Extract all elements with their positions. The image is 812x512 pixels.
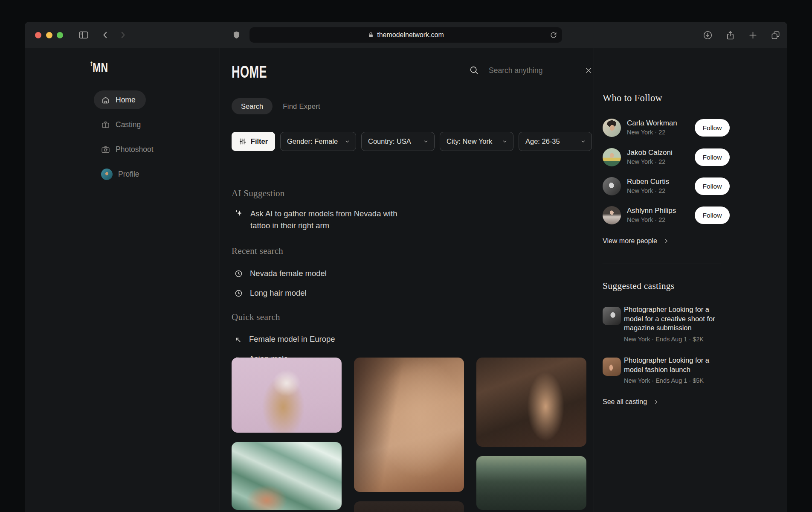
traffic-light-zoom[interactable]	[57, 32, 63, 38]
search-input[interactable]	[489, 66, 585, 75]
person-row: Carla Workman New York · 22 Follow	[603, 119, 730, 137]
photo-tile-model-pink-backdrop[interactable]	[232, 358, 342, 433]
app-logo[interactable]: tMN	[90, 59, 114, 76]
see-all-casting-label: See all casting	[603, 398, 647, 406]
new-tab-icon[interactable]	[748, 30, 758, 40]
quick-search-label: Female model in Europe	[249, 335, 335, 344]
page-title: HOME	[232, 62, 267, 81]
person-row: Jakob Calzoni New York · 22 Follow	[603, 148, 730, 166]
address-bar[interactable]: themodelnetwork.com	[249, 27, 562, 43]
logo-text: MN	[93, 60, 108, 76]
share-icon[interactable]	[725, 30, 735, 40]
person-name: Ruben Curtis	[627, 177, 669, 186]
follow-button[interactable]: Follow	[695, 177, 730, 195]
avatar	[603, 119, 621, 137]
photo-tile-model-splashing-water[interactable]	[232, 442, 342, 510]
see-all-casting-link[interactable]: See all casting	[603, 398, 659, 406]
camera-icon	[101, 145, 110, 154]
briefcase-icon	[101, 120, 110, 129]
sidebar-item-photoshoot[interactable]: Photoshoot	[94, 140, 164, 159]
filter-dropdown-city[interactable]: City: New York	[440, 132, 513, 151]
browser-window: themodelnetwork.com tMN	[25, 22, 787, 512]
sidebar-item-profile[interactable]: Profile	[94, 165, 150, 183]
traffic-light-close[interactable]	[35, 32, 41, 38]
filter-dropdown-gender[interactable]: Gender: Female	[280, 132, 356, 151]
photo-tile-model-forest-green[interactable]	[476, 456, 586, 510]
search-icon	[469, 65, 479, 76]
sidebar-item-home[interactable]: Home	[94, 90, 146, 109]
sidebar-toggle-icon[interactable]	[78, 30, 89, 40]
follow-button[interactable]: Follow	[695, 148, 730, 166]
casting-thumbnail	[603, 307, 621, 325]
recent-search-item[interactable]: Nevada female model	[234, 268, 327, 278]
person-name: Ashlynn Philips	[627, 207, 676, 215]
person-meta: New York · 22	[627, 129, 665, 136]
tab-search[interactable]: Search	[232, 98, 273, 114]
arrow-up-left-icon	[234, 336, 242, 344]
avatar	[603, 177, 621, 195]
chevron-down-icon	[580, 139, 586, 144]
sparkles-icon	[234, 209, 244, 231]
casting-meta: New York · Ends Aug 1 · $2K	[624, 336, 731, 343]
view-more-people-label: View more people	[603, 237, 657, 245]
filter-dropdown-country[interactable]: Country: USA	[361, 132, 435, 151]
ai-suggestion-item[interactable]: Ask AI to gather models from Nevada with…	[234, 208, 397, 231]
chevron-down-icon	[502, 139, 508, 144]
filter-button-label: Filter	[251, 137, 268, 145]
view-more-people-link[interactable]: View more people	[603, 237, 669, 245]
chevron-down-icon	[345, 139, 350, 144]
forward-icon[interactable]	[118, 30, 128, 40]
lock-icon	[368, 32, 374, 38]
casting-meta: New York · Ends Aug 1 · $5K	[624, 377, 731, 384]
suggested-castings-heading: Suggested castings	[603, 281, 674, 291]
filter-button[interactable]: Filter	[232, 132, 275, 151]
sidebar-item-label: Casting	[116, 120, 141, 129]
app-sidebar: tMN Home Casting	[25, 48, 220, 512]
sidebar-item-casting[interactable]: Casting	[94, 115, 151, 134]
person-name: Carla Workman	[627, 119, 677, 128]
chevron-right-icon	[653, 399, 659, 405]
chevron-down-icon	[423, 139, 429, 144]
search-bar	[469, 64, 581, 76]
person-row: Ruben Curtis New York · 22 Follow	[603, 177, 730, 195]
ai-suggestion-text: Ask AI to gather models from Nevada with…	[250, 208, 397, 231]
person-meta: New York · 22	[627, 187, 665, 194]
window-controls	[35, 32, 63, 38]
casting-thumbnail	[603, 358, 621, 376]
reload-icon[interactable]	[549, 31, 557, 39]
browser-toolbar: themodelnetwork.com	[25, 22, 787, 48]
sidebar-item-label: Home	[116, 96, 136, 105]
casting-item[interactable]: Photographer Looking for a model for a c…	[603, 305, 731, 343]
filter-dropdown-label: Age: 26-35	[525, 137, 560, 145]
sidebar-item-label: Photoshoot	[116, 145, 154, 154]
follow-button[interactable]: Follow	[695, 207, 730, 224]
quick-search-heading: Quick search	[232, 312, 280, 323]
casting-item[interactable]: Photographer Looking for a model fashion…	[603, 356, 731, 384]
photo-tile-model-gray-bikini-rocks[interactable]	[476, 358, 586, 447]
section-divider	[603, 264, 721, 264]
profile-avatar	[101, 169, 113, 180]
quick-search-item[interactable]: Female model in Europe	[234, 335, 335, 344]
avatar	[603, 206, 621, 224]
casting-title: Photographer Looking for a model fashion…	[624, 356, 726, 374]
download-icon[interactable]	[703, 30, 713, 40]
follow-button[interactable]: Follow	[695, 119, 730, 137]
recent-search-item[interactable]: Long hair model	[234, 288, 307, 298]
sliders-icon	[239, 137, 247, 145]
tab-find-expert[interactable]: Find Expert	[283, 102, 320, 111]
photo-tile-model-dark-hair-partial[interactable]	[354, 501, 464, 512]
url-text: themodelnetwork.com	[377, 31, 444, 39]
recent-search-label: Long hair model	[250, 288, 307, 298]
chevron-right-icon	[663, 238, 669, 244]
tabs-overview-icon[interactable]	[771, 30, 780, 40]
close-icon[interactable]	[585, 67, 592, 74]
person-meta: New York · 22	[627, 158, 665, 165]
right-sidebar: Who to Follow Carla Workman New York · 2…	[594, 48, 787, 512]
filter-dropdown-age[interactable]: Age: 26-35	[519, 132, 592, 151]
traffic-light-minimize[interactable]	[46, 32, 52, 38]
back-icon[interactable]	[101, 30, 110, 40]
clock-icon	[234, 269, 243, 278]
photo-tile-model-gray-tank-crouching[interactable]	[354, 358, 464, 492]
shield-icon[interactable]	[232, 30, 241, 40]
toolbar-actions	[703, 30, 780, 40]
